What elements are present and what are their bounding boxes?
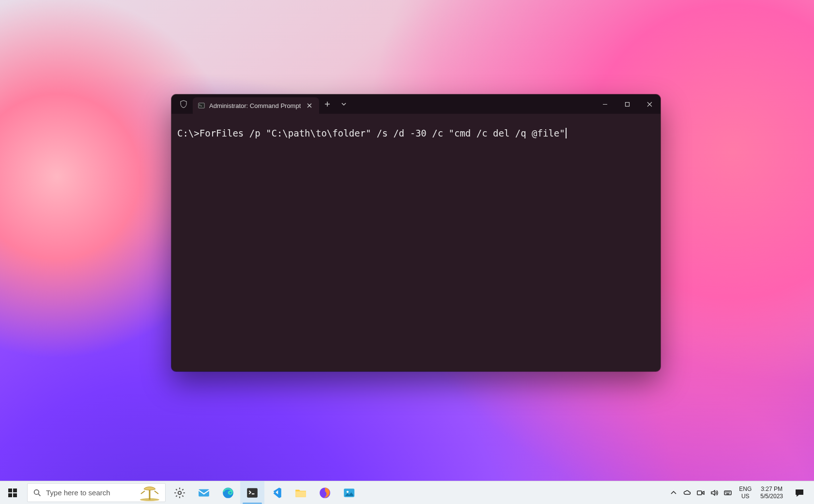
clock-date: 5/5/2023 xyxy=(760,493,783,500)
search-icon xyxy=(33,489,41,497)
tab-dropdown-button[interactable] xyxy=(336,96,352,112)
onedrive-icon[interactable] xyxy=(681,481,693,504)
command-text: ForFiles /p "C:\path\to\folder" /s /d -3… xyxy=(200,128,565,138)
titlebar[interactable]: Administrator: Command Prompt xyxy=(171,94,660,114)
clock-time: 3:27 PM xyxy=(760,486,783,492)
svg-point-8 xyxy=(178,491,182,494)
terminal-window[interactable]: Administrator: Command Prompt xyxy=(171,94,660,371)
prompt-text: C:\> xyxy=(177,128,200,138)
svg-rect-5 xyxy=(13,493,17,497)
lang-code: ENG xyxy=(739,486,752,492)
taskbar-app-settings[interactable] xyxy=(168,481,192,504)
close-button[interactable] xyxy=(638,94,660,114)
cursor xyxy=(566,128,567,138)
language-indicator[interactable]: ENG US xyxy=(735,481,755,504)
svg-rect-12 xyxy=(295,491,306,497)
desktop[interactable]: Administrator: Command Prompt xyxy=(0,0,814,504)
taskbar-app-mail[interactable] xyxy=(192,481,216,504)
minimize-button[interactable] xyxy=(594,94,616,114)
svg-point-6 xyxy=(34,489,39,494)
search-placeholder: Type here to search xyxy=(46,489,110,497)
system-tray: ENG US 3:27 PM 5/5/2023 xyxy=(664,481,814,504)
taskbar-app-explorer[interactable] xyxy=(289,481,313,504)
taskbar-app-firefox[interactable] xyxy=(313,481,337,504)
taskbar: Type here to search xyxy=(0,481,814,504)
start-button[interactable] xyxy=(0,481,25,504)
search-box[interactable]: Type here to search xyxy=(27,483,166,502)
taskbar-app-edge[interactable] xyxy=(216,481,240,504)
volume-icon[interactable] xyxy=(708,481,721,504)
svg-point-15 xyxy=(347,490,349,492)
lang-region: US xyxy=(739,493,752,500)
taskbar-app-terminal[interactable] xyxy=(240,481,264,504)
new-tab-button[interactable] xyxy=(319,96,336,112)
maximize-button[interactable] xyxy=(616,94,638,114)
window-controls xyxy=(594,94,660,114)
svg-rect-16 xyxy=(697,491,702,495)
cmd-icon xyxy=(198,102,205,109)
terminal-body[interactable]: C:\>ForFiles /p "C:\path\to\folder" /s /… xyxy=(171,114,660,371)
svg-rect-4 xyxy=(8,493,12,497)
svg-rect-1 xyxy=(625,102,629,106)
search-highlight-icon xyxy=(137,485,162,502)
meet-now-icon[interactable] xyxy=(694,481,707,504)
shield-icon xyxy=(177,98,190,110)
keyboard-icon[interactable] xyxy=(722,481,734,504)
tray-overflow-button[interactable] xyxy=(667,481,680,504)
taskbar-spacer xyxy=(361,481,664,504)
taskbar-app-photos[interactable] xyxy=(337,481,361,504)
svg-rect-2 xyxy=(8,489,12,492)
clock[interactable]: 3:27 PM 5/5/2023 xyxy=(756,481,787,504)
svg-rect-9 xyxy=(199,489,209,496)
svg-rect-3 xyxy=(13,489,17,492)
taskbar-app-vscode[interactable] xyxy=(264,481,289,504)
action-center-button[interactable] xyxy=(788,481,811,504)
svg-rect-0 xyxy=(199,103,204,108)
tab-title: Administrator: Command Prompt xyxy=(209,102,301,109)
svg-rect-11 xyxy=(247,488,258,498)
terminal-tab[interactable]: Administrator: Command Prompt xyxy=(193,97,319,114)
tab-close-button[interactable] xyxy=(305,101,314,110)
